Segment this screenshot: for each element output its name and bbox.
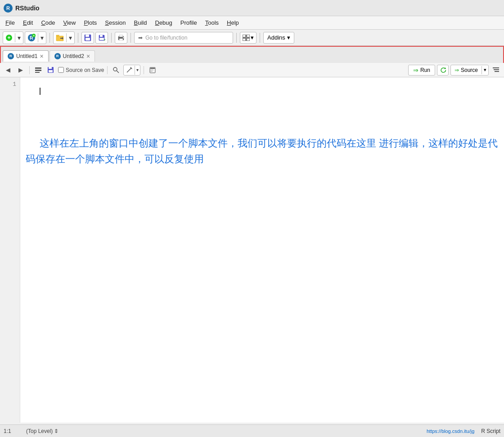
- svg-line-31: [127, 69, 130, 72]
- goto-placeholder: Go to file/function: [145, 35, 187, 41]
- svg-rect-22: [247, 38, 250, 41]
- toolbar-separator-6: [260, 33, 260, 43]
- layout-btn[interactable]: ▾: [240, 32, 256, 44]
- toolbar-separator-5: [236, 33, 237, 43]
- svg-marker-7: [56, 35, 59, 36]
- new-project-btn-group[interactable]: R + ▾: [25, 31, 46, 44]
- source-on-save-text: Source on Save: [66, 67, 104, 73]
- goto-arrow-icon: ➡: [138, 35, 143, 41]
- svg-rect-43: [494, 69, 499, 70]
- goto-location-btn[interactable]: [33, 65, 44, 76]
- run-btn[interactable]: ⇒ Run: [408, 65, 435, 76]
- svg-rect-17: [119, 39, 123, 40]
- new-file-btn[interactable]: +: [3, 32, 15, 44]
- editor-sep-3: [144, 66, 144, 74]
- addins-btn[interactable]: Addins ▾: [263, 32, 294, 44]
- wand-dropdown-btn[interactable]: ▾: [135, 65, 140, 76]
- tab2-close-btn[interactable]: ×: [86, 53, 90, 59]
- editor-sep-2: [107, 66, 108, 74]
- svg-rect-18: [123, 37, 124, 38]
- svg-rect-9: [86, 35, 89, 37]
- svg-point-29: [113, 67, 117, 71]
- svg-rect-21: [243, 38, 246, 41]
- main-toolbar: + ▾ R + ▾ ▾: [0, 30, 504, 46]
- run-label: Run: [420, 67, 430, 73]
- menu-file[interactable]: File: [2, 18, 18, 27]
- new-project-btn[interactable]: R +: [25, 32, 38, 44]
- line-numbers: 1: [0, 77, 20, 423]
- editor-toolbar: ◀ ▶ Source on Save: [0, 63, 504, 77]
- text-cursor: [40, 88, 40, 95]
- source-btn-group[interactable]: ⇒ Source ▾: [450, 65, 489, 76]
- menu-plots[interactable]: Plots: [80, 18, 100, 27]
- run-icon: ⇒: [413, 67, 418, 74]
- save-all-btn[interactable]: ✓: [95, 32, 108, 44]
- svg-line-30: [117, 71, 119, 73]
- svg-rect-27: [49, 67, 52, 69]
- goto-file-input[interactable]: ➡ Go to file/function: [134, 32, 233, 44]
- source-on-save-label[interactable]: Source on Save: [58, 67, 104, 73]
- menu-help[interactable]: Help: [223, 18, 243, 27]
- menu-code[interactable]: Code: [37, 18, 58, 27]
- back-btn[interactable]: ◀: [3, 65, 14, 76]
- open-file-btn-group[interactable]: ▾: [53, 31, 75, 44]
- svg-rect-12: [100, 35, 103, 37]
- search-btn[interactable]: [111, 65, 122, 76]
- menu-profile[interactable]: Profile: [177, 18, 201, 27]
- toolbar-separator-3: [111, 33, 112, 43]
- scope-arrow: ⇕: [54, 428, 58, 434]
- source-btn[interactable]: ⇒ Source: [451, 65, 482, 75]
- open-file-btn[interactable]: [54, 32, 66, 44]
- print-btn[interactable]: [115, 32, 127, 44]
- title-bar: R RStudio: [0, 0, 504, 16]
- svg-rect-24: [35, 70, 41, 71]
- svg-rect-39: [150, 71, 153, 71]
- menu-session[interactable]: Session: [101, 18, 129, 27]
- wand-btn-group[interactable]: ▾: [123, 65, 140, 76]
- layout-dropdown-icon: ▾: [251, 34, 254, 41]
- rerun-btn[interactable]: [437, 65, 449, 76]
- menu-build[interactable]: Build: [130, 18, 151, 27]
- menu-tools[interactable]: Tools: [202, 18, 222, 27]
- menu-edit[interactable]: Edit: [19, 18, 36, 27]
- tab1-close-btn[interactable]: ×: [40, 53, 43, 59]
- svg-text:+: +: [33, 34, 35, 38]
- menu-debug[interactable]: Debug: [152, 18, 176, 27]
- svg-rect-16: [119, 35, 123, 37]
- menu-view[interactable]: View: [59, 18, 79, 27]
- editor-save-btn[interactable]: [45, 65, 56, 76]
- align-right-btn[interactable]: [490, 65, 501, 76]
- editor-container: 1 这样在左上角的窗口中创建了一个脚本文件，我们可以将要执行的代码在这里 进行编…: [0, 77, 504, 423]
- tabs-container: R Untitled1 × R Untitled2 ×: [0, 46, 504, 63]
- svg-rect-37: [150, 68, 155, 69]
- svg-text:+: +: [7, 35, 10, 41]
- app-title: RStudio: [15, 4, 40, 12]
- wand-btn[interactable]: [124, 65, 135, 76]
- svg-rect-20: [247, 35, 250, 37]
- addins-label: Addins: [267, 34, 285, 41]
- code-area[interactable]: 这样在左上角的窗口中创建了一个脚本文件，我们可以将要执行的代码在这里 进行编辑，…: [20, 77, 504, 423]
- open-recent-btn[interactable]: ▾: [67, 32, 74, 44]
- svg-text:✓: ✓: [104, 38, 105, 41]
- source-icon: ⇒: [454, 67, 459, 73]
- tab-untitled1[interactable]: R Untitled1 ×: [3, 50, 49, 62]
- new-file-dropdown-btn[interactable]: ▾: [15, 32, 23, 44]
- toolbar-separator-1: [50, 33, 50, 43]
- scope-level: (Top Level) ⇕: [26, 428, 58, 434]
- svg-rect-25: [35, 72, 40, 73]
- new-project-dropdown-btn[interactable]: ▾: [38, 32, 46, 44]
- save-btn[interactable]: [81, 32, 94, 44]
- compile-btn[interactable]: [147, 65, 158, 76]
- addins-dropdown-icon: ▾: [287, 34, 290, 41]
- source-dropdown-btn[interactable]: ▾: [482, 66, 488, 74]
- tab1-label: Untitled1: [16, 53, 37, 59]
- source-on-save-checkbox[interactable]: [58, 67, 64, 73]
- app-logo: R: [4, 4, 13, 13]
- new-file-btn-group[interactable]: + ▾: [3, 31, 23, 44]
- status-bar: 1:1 (Top Level) ⇕ https://blog.csdn.itu/…: [0, 424, 504, 437]
- line-number-1: 1: [4, 81, 16, 88]
- status-url: https://blog.csdn.itu/jg: [427, 428, 474, 434]
- toolbar-separator-4: [130, 33, 131, 43]
- forward-btn[interactable]: ▶: [15, 65, 26, 76]
- tab-untitled2[interactable]: R Untitled2 ×: [50, 50, 95, 62]
